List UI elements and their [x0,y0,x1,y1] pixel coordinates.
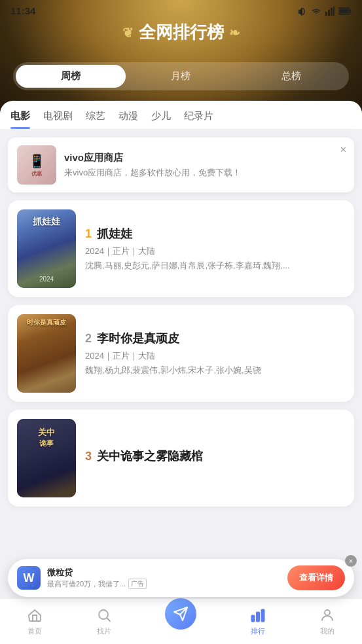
volume-icon [297,7,307,16]
movie-list: 抓娃娃 2024 1 抓娃娃 2024｜正片｜大陆 沈腾,马丽,史彭元,萨日娜,… [0,200,362,507]
movie-poster-2: 时你是真顽皮 [17,314,76,393]
ad-title: vivo应用商店 [64,152,241,164]
category-tab-anime[interactable]: 动漫 [118,110,138,129]
ad-card: 📱 优惠 vivo应用商店 来vivo应用商店，超多软件放心用，免费下载！ × [8,137,354,192]
movie-title-1: 抓娃娃 [97,226,132,241]
movie-item-3[interactable]: 关中 诡事 3 关中诡事之雾隐藏棺 [8,410,354,507]
ad-description: 来vivo应用商店，超多软件放心用，免费下载！ [64,167,241,179]
rank-tabs: 周榜 月榜 总榜 [13,62,349,90]
movie-meta-1: 2024｜正片｜大陆 [85,245,345,257]
title-deco-left: ❦ [122,25,134,41]
find-icon [96,607,113,624]
nav-label-profile: 我的 [320,626,335,636]
signal-icon [325,7,335,16]
battery-icon [338,7,352,15]
ad-thumbnail-image: 📱 优惠 [17,145,56,185]
nav-label-find: 找片 [97,626,111,636]
movie-info-2: 2 李时你是真顽皮 2024｜正片｜大陆 魏翔,杨九郎,裴震伟,郭小炜,宋木子,… [85,331,345,376]
rank-icon [249,607,266,624]
ad-tag: 广告 [128,579,147,589]
bottom-ad-logo-text: W [24,571,35,585]
movie-rank-title-3: 3 关中诡事之雾隐藏棺 [85,448,345,464]
category-tab-documentary[interactable]: 纪录片 [184,110,213,129]
profile-icon [319,607,336,624]
bottom-ad-text: 微粒贷 最高可借20万，我借了... 广告 [47,567,281,589]
category-tabs: 电影 电视剧 综艺 动漫 少儿 纪录片 [0,101,362,129]
movie-rank-title-1: 1 抓娃娃 [85,226,345,241]
nav-item-profile[interactable]: 我的 [311,601,344,641]
nav-label-home: 首页 [27,626,42,636]
svg-rect-0 [325,12,327,16]
bottom-ad-banner: W 微粒贷 最高可借20万，我借了... 广告 查看详情 × [8,559,354,597]
category-tab-tv[interactable]: 电视剧 [43,110,73,129]
svg-rect-9 [251,615,255,622]
home-icon [26,607,43,624]
bottom-ad-desc: 最高可借20万，我借了... 广告 [47,579,281,589]
rank-tab-weekly[interactable]: 周榜 [16,65,126,88]
movie-item-1[interactable]: 抓娃娃 2024 1 抓娃娃 2024｜正片｜大陆 沈腾,马丽,史彭元,萨日娜,… [8,200,354,297]
ad-close-button[interactable]: × [340,144,346,156]
svg-rect-2 [331,8,333,16]
app-page: 11:34 [0,0,362,644]
svg-rect-11 [261,609,264,622]
nav-label-rank: 排行 [251,626,265,636]
ad-text-area: vivo应用商店 来vivo应用商店，超多软件放心用，免费下载！ [64,152,241,179]
svg-rect-1 [328,10,330,16]
bottom-navigation: 首页 找片 [0,598,362,644]
bottom-ad-logo: W [17,566,41,590]
svg-point-12 [325,610,330,615]
movie-item-2[interactable]: 时你是真顽皮 2 李时你是真顽皮 2024｜正片｜大陆 魏翔,杨九郎,裴震伟,郭… [8,305,354,402]
bottom-ad-title: 微粒贷 [47,567,281,579]
movie-info-1: 1 抓娃娃 2024｜正片｜大陆 沈腾,马丽,史彭元,萨日娜,肖帛辰,张子栋,李… [85,226,345,272]
category-tab-variety[interactable]: 综艺 [86,110,105,129]
status-icons [297,7,352,16]
nav-item-home[interactable]: 首页 [18,601,51,641]
svg-rect-3 [333,7,335,16]
svg-rect-5 [350,9,352,12]
nav-item-rank[interactable]: 排行 [242,601,274,641]
nav-item-message[interactable] [157,606,204,637]
category-tab-kids[interactable]: 少儿 [151,110,171,129]
svg-line-8 [107,618,111,622]
movie-cast-1: 沈腾,马丽,史彭元,萨日娜,肖帛辰,张子栋,李嘉琦,魏翔,... [85,260,345,272]
svg-rect-6 [340,9,349,13]
bottom-ad-button[interactable]: 查看详情 [287,565,345,590]
movie-title-2: 李时你是真顽皮 [97,331,179,346]
main-title: 全网排行榜 [139,21,224,44]
rank-number-1: 1 [85,227,92,241]
category-tab-movie[interactable]: 电影 [10,110,30,129]
movie-cast-2: 魏翔,杨九郎,裴震伟,郭小炜,宋木子,张小婉,吴骁 [85,365,345,376]
category-divider [10,129,352,130]
message-icon [165,598,196,630]
rank-tab-monthly[interactable]: 月榜 [126,65,236,88]
movie-poster-1: 抓娃娃 2024 [17,209,76,288]
movie-rank-title-2: 2 李时你是真顽皮 [85,331,345,346]
title-deco-right: ❧ [229,25,240,41]
page-title: ❦ 全网排行榜 ❧ [13,21,349,44]
ad-thumbnail: 📱 优惠 [17,145,56,185]
nav-item-find[interactable]: 找片 [88,601,120,641]
rank-number-2: 2 [85,332,92,346]
movie-info-3: 3 关中诡事之雾隐藏棺 [85,448,345,468]
svg-rect-10 [256,612,259,622]
rank-number-3: 3 [85,450,92,463]
wifi-icon [311,7,321,16]
rank-tab-total[interactable]: 总榜 [236,65,346,88]
bottom-ad-close[interactable]: × [345,555,357,567]
status-time: 11:34 [10,5,35,16]
movie-title-3: 关中诡事之雾隐藏棺 [97,448,203,464]
movie-poster-3: 关中 诡事 [17,419,76,497]
movie-meta-2: 2024｜正片｜大陆 [85,350,345,362]
status-bar: 11:34 [0,0,362,22]
